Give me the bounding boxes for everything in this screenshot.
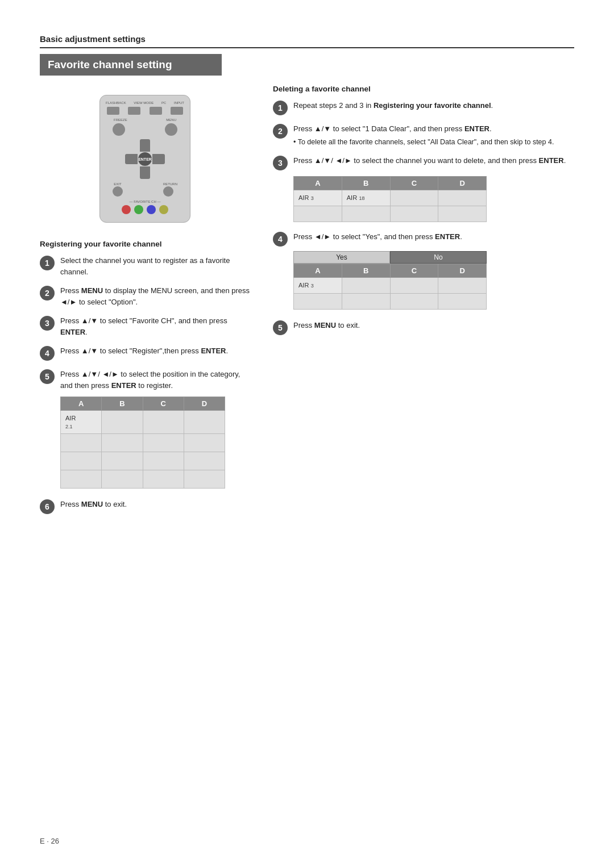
right-step-number-5: 5 [273,320,288,335]
step-text-6: Press MENU to exit. [60,499,127,510]
return-btn [163,186,173,197]
flashback-btn [107,107,119,115]
cell-a1: AIR2.1 [61,411,102,434]
page-footer: E · 26 [40,837,59,845]
fav-btn-a [122,205,131,214]
favorite-ch-label: — FAVORITE CH — [105,200,185,203]
col-b: B [342,264,390,278]
cell-a3 [61,452,102,470]
cell-c2 [143,434,184,452]
step-number-3: 3 [40,316,55,331]
left-step-5: 5 Press ▲/▼/ ◄/► to select the position … [40,369,250,391]
s4-cell-c2 [390,294,438,310]
col-c: C [390,177,438,190]
s3-cell-d2 [438,206,487,222]
step5-table-wrap: A B C D AIR2.1 [60,397,250,489]
s3-cell-d1 [438,190,487,206]
step4-yn-table-wrap: Yes No A B C D AIR 3 [293,251,574,310]
s3-cell-a1: AIR 3 [294,190,342,206]
cell-b1 [102,411,143,434]
table-row [61,434,225,452]
dpad-area: ENTER [105,139,185,179]
cell-c3 [143,452,184,470]
s3-cell-c1 [390,190,438,206]
s4-cell-d2 [438,294,487,310]
cell-d3 [184,452,225,470]
freeze-btn [113,123,125,136]
right-step-text-1: Repeat steps 2 and 3 in Registering your… [293,100,493,111]
cell-d2 [184,434,225,452]
s4-cell-b1 [342,278,390,294]
col-a: A [294,177,342,190]
pc-btn [150,107,162,115]
remote-control: FLASHBACK VIEW MODE PC INPUT FREEZ [99,95,190,223]
step-text-2: Press MENU to display the MENU screen, a… [60,285,250,307]
remote-illustration: FLASHBACK VIEW MODE PC INPUT FREEZ [40,95,250,223]
right-step-text-5: Press MENU to exit. [293,320,360,331]
right-subsection-title: Deleting a favorite channel [273,85,574,93]
cell-c4 [143,470,184,489]
yn-header: Yes No [293,251,487,264]
left-step-1: 1 Select the channel you want to registe… [40,255,250,277]
col-header-a: A [61,397,102,411]
cell-c1 [143,411,184,434]
col-header-d: D [184,397,225,411]
step-number-5: 5 [40,369,55,384]
step-text-5: Press ▲/▼/ ◄/► to select the position in… [60,369,250,391]
no-option: No [390,251,487,264]
right-step-number-2: 2 [273,124,288,139]
fav-btn-b [134,205,143,214]
cell-b2 [102,434,143,452]
right-column: Deleting a favorite channel 1 Repeat ste… [273,85,574,522]
col-header-c: C [143,397,184,411]
table-row [294,206,487,222]
remote-top-buttons [105,107,185,115]
right-step-4: 4 Press ◄/► to select "Yes", and then pr… [273,231,574,247]
left-subsection-title: Registering your favorite channel [40,240,250,248]
right-step-number-4: 4 [273,232,288,247]
s4-cell-d1 [438,278,487,294]
right-step-2: 2 Press ▲/▼ to select "1 Data Clear", an… [273,123,574,147]
right-step-text-3: Press ▲/▼/ ◄/► to select the channel you… [293,155,566,166]
step3-channel-table: A B C D AIR 3 AIR 18 [293,176,487,222]
s4-cell-c1 [390,278,438,294]
step-number-6: 6 [40,499,55,514]
favorite-btns [105,205,185,214]
dpad: ENTER [125,139,165,179]
step-text-3: Press ▲/▼ to select "Favorite CH", and t… [60,315,250,337]
table-row [61,452,225,470]
cell-a4 [61,470,102,489]
menu-label: MENU [166,118,176,122]
s4-cell-a2 [294,294,342,310]
col-header-b: B [102,397,143,411]
viewmode-btn [128,107,140,115]
col-a: A [294,264,342,278]
section-header: Basic adjustment settings [40,34,574,48]
left-step-2: 2 Press MENU to display the MENU screen,… [40,285,250,307]
enter-btn: ENTER [138,152,152,166]
right-step-text-2: Press ▲/▼ to select "1 Data Clear", and … [293,123,554,147]
col-d: D [438,177,487,190]
s3-cell-a2 [294,206,342,222]
right-step-text-4: Press ◄/► to select "Yes", and then pres… [293,231,462,243]
table-row: AIR2.1 [61,411,225,434]
dpad-down [140,166,150,179]
cell-b4 [102,470,143,489]
dpad-up [140,139,150,152]
s3-cell-b1: AIR 18 [342,190,390,206]
right-step-5: 5 Press MENU to exit. [273,320,574,335]
step-number-4: 4 [40,346,55,361]
step-text-1: Select the channel you want to register … [60,255,250,277]
s4-cell-b2 [342,294,390,310]
right-step-number-3: 3 [273,156,288,170]
col-c: C [390,264,438,278]
section-header-title: Basic adjustment settings [40,34,574,44]
cell-d1 [184,411,225,434]
s4-cell-a1: AIR 3 [294,278,342,294]
left-step-6: 6 Press MENU to exit. [40,499,250,514]
yes-option: Yes [293,251,390,264]
fav-btn-c [147,205,156,214]
table-row [61,470,225,489]
cell-d4 [184,470,225,489]
left-column: FLASHBACK VIEW MODE PC INPUT FREEZ [40,85,250,522]
